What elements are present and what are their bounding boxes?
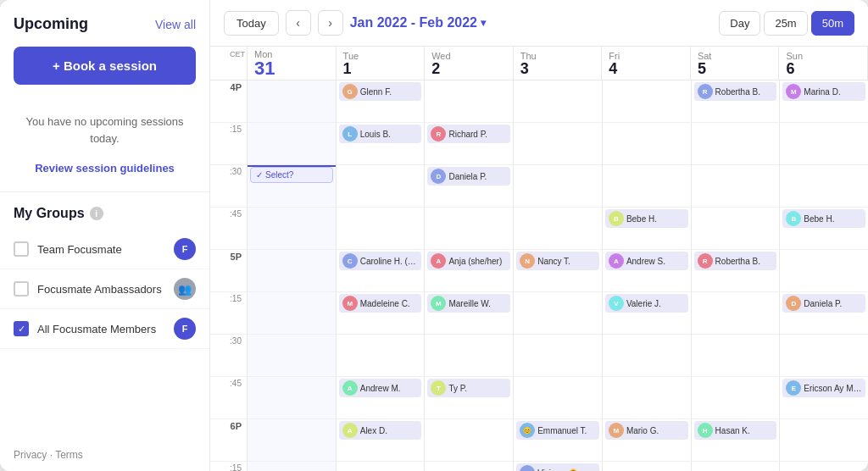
date-range[interactable]: Jan 2022 - Feb 2022 ▾: [350, 15, 713, 30]
tue-slot-0: GGlenn F.: [337, 80, 425, 123]
event-chip[interactable]: AAnja (she/her): [427, 252, 510, 270]
event-chip[interactable]: EEricson Ay M ires: [782, 379, 865, 397]
my-groups-header: My Groups i: [0, 192, 209, 230]
group-checkbox-team-focusmate[interactable]: [14, 241, 29, 257]
event-chip[interactable]: RRobertha B.: [694, 252, 777, 270]
event-chip[interactable]: DDaniela P.: [782, 294, 865, 313]
event-name: Bebe H.: [804, 214, 834, 224]
fri-slot-1: [603, 123, 691, 165]
avatar: V: [520, 465, 535, 471]
sun-slot-9: [780, 462, 868, 471]
event-chip[interactable]: AAndrew M.: [339, 379, 422, 397]
event-chip[interactable]: MMadeleine C.: [339, 294, 422, 313]
group-avatar-ambassadors: 👥: [174, 278, 196, 300]
event-name: Richard P.: [448, 130, 487, 139]
thu-slot-1: [514, 123, 602, 165]
event-chip[interactable]: MMario G.: [605, 421, 688, 440]
event-name: Nancy T.: [537, 257, 570, 266]
sat-slot-0: RRobertha B.: [692, 80, 780, 123]
wed-slot-4: AAnja (she/her): [425, 250, 513, 292]
event-chip[interactable]: HHasan K.: [694, 421, 777, 440]
sun-slot-5: DDaniela P.: [780, 292, 868, 335]
review-link[interactable]: Review session guidelines: [35, 162, 175, 175]
sun-slot-8: [780, 419, 868, 462]
day-col-sun: MMarina D. BBebe H. DDaniela P.: [780, 80, 868, 471]
thu-slot-7: [514, 377, 602, 419]
select-chip[interactable]: ✓ Select?: [250, 167, 333, 183]
group-checkbox-ambassadors[interactable]: [14, 281, 29, 296]
sun-slot-7: EEricson Ay M ires: [780, 377, 868, 419]
mon-slot-4: [248, 250, 336, 292]
sun-slot-0: MMarina D.: [780, 80, 868, 123]
day-header-thu: Thu 3: [514, 47, 603, 80]
event-chip[interactable]: BBebe H.: [605, 209, 688, 228]
fri-slot-0: [603, 80, 691, 123]
privacy-link[interactable]: Privacy: [14, 449, 47, 461]
event-name: Ty P.: [448, 384, 467, 393]
sun-slot-6: [780, 335, 868, 377]
event-chip[interactable]: AAlex D.: [339, 421, 422, 440]
fri-slot-5: VValerie J.: [603, 292, 691, 335]
time-column: CET 4P :15 :30 :45 5P :15 :30 :45 6P :15…: [210, 47, 248, 471]
event-name: Daniela P.: [448, 172, 487, 181]
event-chip[interactable]: TTy P.: [427, 379, 510, 397]
today-button[interactable]: Today: [224, 11, 279, 36]
day-view-button[interactable]: Day: [719, 11, 760, 36]
avatar: A: [431, 253, 446, 269]
event-chip[interactable]: VViviane 🌻: [516, 463, 599, 471]
group-avatar-all-members: F: [174, 318, 196, 340]
book-session-button[interactable]: + Book a session: [14, 47, 196, 85]
sat-slot-8: HHasan K.: [692, 419, 780, 462]
upcoming-header: Upcoming View all: [0, 0, 209, 42]
event-chip[interactable]: RRobertha B.: [694, 82, 777, 101]
avatar: M: [431, 296, 446, 311]
mon-slot-6: [248, 335, 336, 377]
next-button[interactable]: ›: [318, 10, 343, 36]
group-checkbox-all-members[interactable]: ✓: [14, 321, 29, 336]
event-chip[interactable]: RRichard P.: [427, 125, 510, 143]
event-chip[interactable]: BBebe H.: [782, 209, 865, 228]
avatar: M: [786, 84, 801, 99]
event-chip[interactable]: MMarina D.: [782, 82, 865, 101]
event-name: Robertha B.: [715, 87, 760, 97]
event-chip[interactable]: MMareille W.: [427, 294, 510, 313]
fri-slot-3: BBebe H.: [603, 208, 691, 250]
my-groups-title: My Groups: [14, 206, 85, 221]
event-chip[interactable]: CCaroline H. (en/fr): [339, 252, 422, 270]
prev-button[interactable]: ‹: [286, 10, 311, 36]
view-all-link[interactable]: View all: [155, 18, 196, 31]
tue-slot-1: LLouis B.: [337, 123, 425, 165]
event-chip[interactable]: 😊Emmanuel T.: [516, 421, 599, 440]
terms-link[interactable]: Terms: [55, 449, 83, 461]
50m-view-button[interactable]: 50m: [811, 11, 854, 36]
time-4p: 4P: [210, 80, 247, 123]
event-name: Ericson Ay M ires: [804, 384, 862, 393]
event-chip[interactable]: LLouis B.: [339, 125, 422, 143]
day-col-wed: RRichard P. DDaniela P. AAnja (she/her) …: [425, 80, 514, 471]
tue-slot-4: CCaroline H. (en/fr): [337, 250, 425, 292]
review-guidelines: Review session guidelines: [0, 155, 209, 191]
avatar: A: [609, 253, 624, 269]
avatar: C: [342, 253, 358, 269]
event-chip[interactable]: VValerie J.: [605, 294, 688, 313]
tue-slot-7: AAndrew M.: [337, 377, 425, 419]
25m-view-button[interactable]: 25m: [764, 11, 807, 36]
event-name: Bebe H.: [626, 214, 657, 224]
sidebar: Upcoming View all + Book a session You h…: [0, 0, 210, 471]
time-6p: 6P: [210, 419, 247, 462]
sat-slot-7: [692, 377, 780, 419]
group-item-all-members: ✓ All Focusmate Members F: [0, 309, 209, 349]
mon-slot-3: [248, 208, 336, 250]
event-name: Robertha B.: [715, 257, 760, 266]
event-chip[interactable]: GGlenn F.: [339, 82, 422, 101]
event-name: Valerie J.: [626, 299, 661, 308]
sat-slot-1: [692, 123, 780, 165]
app-container: Upcoming View all + Book a session You h…: [0, 0, 868, 471]
event-name: Hasan K.: [715, 426, 750, 435]
avatar: R: [698, 84, 713, 99]
event-name: Mario G.: [626, 426, 659, 435]
info-icon[interactable]: i: [90, 207, 103, 220]
event-chip[interactable]: NNancy T.: [516, 252, 599, 270]
event-chip[interactable]: DDaniela P.: [427, 167, 510, 186]
event-chip[interactable]: AAndrew S.: [605, 252, 688, 270]
